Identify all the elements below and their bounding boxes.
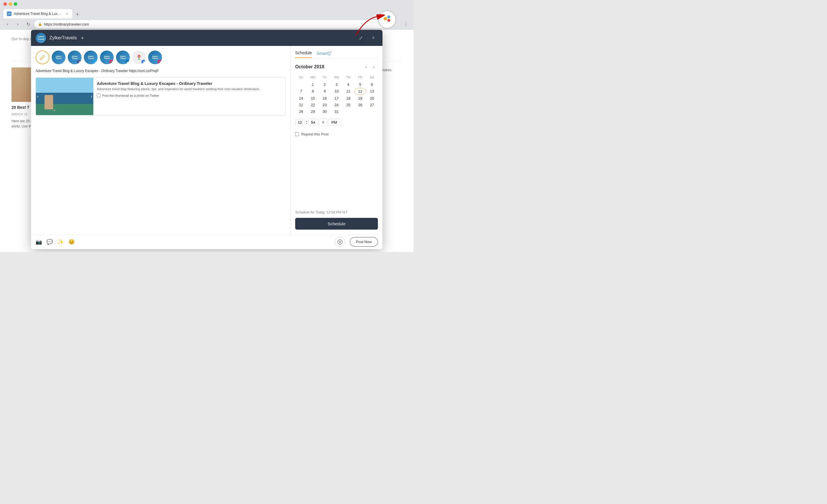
- svg-point-2: [387, 19, 390, 22]
- minimize-traffic-light[interactable]: [9, 2, 12, 6]
- repeat-checkbox[interactable]: [295, 132, 299, 136]
- schedule-info-text: Schedule for Today, 12:54 PM IST: [295, 207, 378, 214]
- calendar-day-1[interactable]: 1: [307, 81, 319, 88]
- calendar-days: 1234567891011121314151617181920212223242…: [295, 81, 378, 115]
- maximize-traffic-light[interactable]: [14, 2, 17, 6]
- profile-icon-general[interactable]: ZylkerTravel: [52, 51, 65, 64]
- calendar-day-15[interactable]: 15: [307, 95, 319, 102]
- svg-point-1: [387, 15, 390, 18]
- twitter-photo-label: Post this thumbnail as a photo on Twitte…: [102, 94, 159, 97]
- calendar-day-18[interactable]: 18: [343, 95, 354, 102]
- preview-nav-left[interactable]: ‹: [37, 94, 39, 99]
- weekday-fr: FR: [354, 74, 366, 80]
- twitter-photo-checkbox-label[interactable]: Post this thumbnail as a photo on Twitte…: [97, 94, 282, 97]
- post-url-text: Adventure Travel Blog & Luxury Escapes -…: [36, 69, 286, 73]
- new-tab-button[interactable]: +: [74, 10, 82, 18]
- calendar-day-empty: [295, 81, 307, 88]
- camera-icon[interactable]: 📷: [36, 239, 42, 245]
- calendar-grid: SU MO TU WE TH FR SA 1234567891011121314…: [295, 74, 378, 115]
- back-button[interactable]: ‹: [3, 20, 11, 28]
- calendar-day-12[interactable]: 12: [354, 88, 366, 95]
- calendar-day-10[interactable]: 10: [331, 88, 342, 95]
- calendar-day-6[interactable]: 6: [366, 81, 378, 88]
- profile-icon-pen[interactable]: [36, 51, 49, 64]
- time-picker: 12123 4567 891011 : 5400153045 ⏸ PM: [295, 118, 378, 126]
- calendar-next-button[interactable]: ›: [370, 63, 378, 71]
- modal-body: ZylkerTravel ZylkerTravel f ZylkerTravel…: [31, 46, 383, 234]
- smartq-info-icon: ℹ: [331, 51, 332, 54]
- calendar-day-24[interactable]: 24: [331, 102, 342, 108]
- post-preview-content: Adventure Travel Blog & Luxury Escapes -…: [93, 78, 285, 115]
- calendar-day-14[interactable]: 14: [295, 95, 307, 102]
- active-tab[interactable]: ZT Adventure Travel Blog & Luxur... ×: [3, 9, 72, 18]
- magic-icon[interactable]: ✨: [57, 239, 64, 245]
- calendar-day-8[interactable]: 8: [307, 88, 319, 95]
- calendar-day-19[interactable]: 19: [354, 95, 366, 102]
- calendar-day-11[interactable]: 11: [343, 88, 354, 95]
- schedule-button[interactable]: Schedule: [295, 218, 378, 230]
- twitter-photo-checkbox[interactable]: [97, 94, 100, 97]
- forward-button[interactable]: ›: [14, 20, 22, 28]
- preview-nav-right[interactable]: ›: [91, 94, 92, 99]
- calendar-day-4[interactable]: 4: [343, 81, 354, 88]
- modal-title-dropdown-icon[interactable]: ▾: [81, 35, 84, 41]
- comment-icon[interactable]: 💬: [47, 239, 53, 245]
- repeat-label: Repeat this Post: [301, 132, 329, 136]
- calendar-weekdays: SU MO TU WE TH FR SA: [295, 74, 378, 80]
- profile-icon-linkedin[interactable]: ZylkerTravel in: [116, 51, 130, 64]
- profile-icon-instagram[interactable]: ZylkerTravel 📷: [100, 51, 114, 64]
- profile-icon-maps[interactable]: G: [132, 51, 146, 64]
- calendar-day-29[interactable]: 29: [307, 108, 319, 115]
- calendar-day-30[interactable]: 30: [319, 108, 331, 115]
- time-pause-button[interactable]: ⏸: [319, 118, 327, 126]
- calendar-day-21[interactable]: 21: [295, 102, 307, 108]
- time-colon: :: [306, 120, 307, 125]
- calendar-day-23[interactable]: 23: [319, 102, 331, 108]
- profile-icon-facebook[interactable]: ZylkerTravel f: [68, 51, 82, 64]
- repeat-checkbox-label[interactable]: Repeat this Post: [295, 132, 378, 136]
- right-panel: Schedule SmartQℹ October 2018 ‹ › SU MO …: [291, 46, 383, 234]
- calendar-day-2[interactable]: 2: [319, 81, 331, 88]
- calendar-day-31[interactable]: 31: [331, 108, 342, 115]
- close-traffic-light[interactable]: [3, 2, 7, 6]
- weekday-sa: SA: [366, 74, 378, 80]
- calendar-day-28[interactable]: 28: [295, 108, 307, 115]
- weekday-su: SU: [295, 74, 307, 80]
- title-bar: [0, 0, 414, 8]
- calendar-day-17[interactable]: 17: [331, 95, 342, 102]
- calendar-day-7[interactable]: 7: [295, 88, 307, 95]
- calendar-day-5[interactable]: 5: [354, 81, 366, 88]
- tab-schedule[interactable]: Schedule: [295, 51, 312, 58]
- weekday-we: WE: [331, 74, 342, 80]
- post-preview-card: ‹ › Adventure Travel Blog & Luxury Escap…: [36, 78, 286, 115]
- ampm-select[interactable]: PM: [328, 119, 340, 126]
- emoji-icon[interactable]: 😊: [68, 239, 75, 245]
- calendar-day-13[interactable]: 13: [366, 88, 378, 95]
- calendar-day-9[interactable]: 9: [319, 88, 331, 95]
- weekday-mo: MO: [307, 74, 319, 80]
- upload-button[interactable]: [335, 237, 345, 247]
- profile-icon-twitter[interactable]: ZylkerTravel t: [84, 51, 98, 64]
- profile-icon-last[interactable]: ZylkerTravel 📷: [148, 51, 162, 64]
- menu-button[interactable]: ⋮: [402, 20, 410, 28]
- post-now-button[interactable]: Post Now: [350, 237, 378, 247]
- calendar-day-3[interactable]: 3: [331, 81, 342, 88]
- tab-close-button[interactable]: ×: [65, 12, 69, 16]
- hour-select[interactable]: 12123 4567 891011: [295, 119, 305, 126]
- calendar-day-22[interactable]: 22: [307, 102, 319, 108]
- tab-smartq[interactable]: SmartQℹ: [317, 51, 331, 58]
- calendar-day-16[interactable]: 16: [319, 95, 331, 102]
- calendar-prev-button[interactable]: ‹: [362, 63, 370, 71]
- minute-select[interactable]: 5400153045: [308, 119, 318, 126]
- svg-point-8: [138, 56, 140, 57]
- calendar-day-26[interactable]: 26: [354, 102, 366, 108]
- address-input[interactable]: 🔒 https://ordinarytraveler.com: [35, 20, 389, 28]
- left-panel: ZylkerTravel ZylkerTravel f ZylkerTravel…: [31, 46, 291, 234]
- modal-toolbar: 📷 💬 ✨ 😊 Post Now: [31, 234, 383, 249]
- reload-button[interactable]: ↻: [24, 20, 32, 28]
- zylker-logo: ZylkerTravel: [36, 33, 46, 43]
- calendar-day-25[interactable]: 25: [343, 102, 354, 108]
- panel-tabs: Schedule SmartQℹ: [295, 51, 378, 58]
- calendar-day-27[interactable]: 27: [366, 102, 378, 108]
- calendar-day-20[interactable]: 20: [366, 95, 378, 102]
